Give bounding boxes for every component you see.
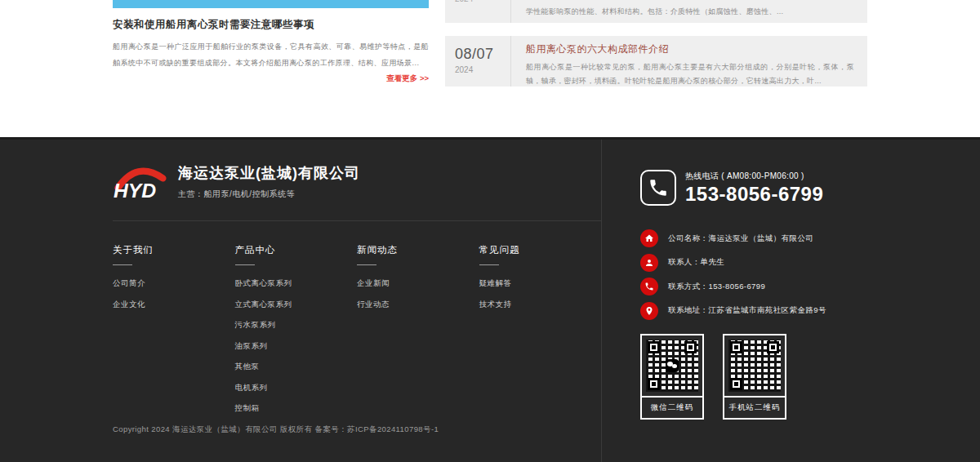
wechat-qr-image	[646, 340, 698, 392]
company-logo: HYD	[113, 162, 167, 201]
hotline-label: 热线电话 ( AM08:00-PM06:00 )	[685, 171, 823, 182]
footer-right: 热线电话 ( AM08:00-PM06:00 ) 153-8056-6799 公…	[602, 140, 867, 462]
contact-row-company: 公司名称：海运达泵业（盐城）有限公司	[640, 229, 867, 247]
footer-logo-row: HYD 海运达泵业(盐城)有限公司 主营：船用泵/电机/控制系统等	[113, 140, 601, 221]
company-block: 海运达泵业(盐城)有限公司 主营：船用泵/电机/控制系统等	[178, 163, 360, 200]
qr-label: 微信二维码	[642, 396, 702, 418]
copyright: Copyright 2024 海运达泵业（盐城）有限公司 版权所有 备案号：苏I…	[113, 424, 601, 462]
nav-item-industry-news[interactable]: 行业动态	[357, 300, 479, 310]
news-list: 2024 学性能影响泵的性能、材料和结构。包括：介质特性（如腐蚀性、磨蚀性、..…	[445, 0, 867, 87]
wechat-logo-icon	[666, 359, 679, 372]
footer-nav: 关于我们 公司简介 企业文化 产品中心 卧式离心泵系列 立式离心泵系列 污水泵系…	[113, 221, 601, 424]
company-tagline: 主营：船用泵/电机/控制系统等	[178, 189, 360, 200]
nav-col-news: 新闻动态 企业新闻 行业动态	[357, 244, 479, 424]
news-date-year: 2024	[455, 0, 473, 3]
nav-item-vertical-pumps[interactable]: 立式离心泵系列	[235, 300, 358, 310]
company-name: 海运达泵业(盐城)有限公司	[178, 163, 360, 183]
phone-icon	[640, 278, 658, 295]
mobile-site-qr-box: 手机站二维码	[723, 334, 786, 420]
footer-left: HYD 海运达泵业(盐城)有限公司 主营：船用泵/电机/控制系统等 关于我们 公…	[113, 140, 602, 462]
contact-text: 联系地址：江苏省盐城市南苑社区紫金路9号	[668, 305, 826, 316]
nav-item-other-pumps[interactable]: 其他泵	[235, 362, 358, 372]
hotline: 热线电话 ( AM08:00-PM06:00 ) 153-8056-6799	[640, 170, 867, 206]
news-date: 2024	[445, 0, 510, 23]
contact-text: 联系方式：153-8056-6799	[668, 282, 765, 292]
news-item[interactable]: 2024 学性能影响泵的性能、材料和结构。包括：介质特性（如腐蚀性、磨蚀性、..…	[445, 0, 867, 23]
article-title[interactable]: 安装和使用船用离心泵时需要注意哪些事项	[113, 18, 429, 32]
nav-col-products: 产品中心 卧式离心泵系列 立式离心泵系列 污水泵系列 油泵系列 其他泵 电机系列…	[235, 244, 358, 424]
wechat-qr-box: 微信二维码	[640, 334, 704, 420]
nav-item-sewage-pumps[interactable]: 污水泵系列	[235, 320, 358, 331]
home-icon	[640, 229, 658, 247]
news-content: 船用离心泵的六大构成部件介绍 船用离心泵是一种比较常见的泵，船用离心泵主要是有六…	[511, 36, 867, 87]
news-excerpt: 学性能影响泵的性能、材料和结构。包括：介质特性（如腐蚀性、磨蚀性、...	[511, 0, 867, 23]
mobile-site-qr-image	[728, 340, 781, 392]
qr-finder-pattern	[648, 378, 660, 390]
qr-finder-pattern	[730, 341, 742, 353]
qr-codes: 微信二维码 手机站二维码	[640, 334, 867, 420]
news-item[interactable]: 08/07 2024 船用离心泵的六大构成部件介绍 船用离心泵是一种比较常见的泵…	[445, 36, 867, 87]
news-excerpt: 船用离心泵是一种比较常见的泵，船用离心泵主要是有六大部分组成的，分别是叶轮，泵体…	[526, 60, 854, 88]
nav-heading-faq[interactable]: 常见问题	[479, 244, 602, 256]
qr-finder-pattern	[730, 378, 742, 390]
nav-item-corporate-culture[interactable]: 企业文化	[113, 300, 235, 310]
nav-item-control-box[interactable]: 控制箱	[235, 403, 358, 414]
hotline-text: 热线电话 ( AM08:00-PM06:00 ) 153-8056-6799	[685, 171, 823, 206]
qr-finder-pattern	[684, 341, 697, 353]
news-date-monthday: 08/07	[455, 46, 510, 63]
news-date-year: 2024	[455, 65, 510, 74]
news-title[interactable]: 船用离心泵的六大构成部件介绍	[526, 42, 854, 56]
nav-col-faq: 常见问题 疑难解答 技术支持	[479, 244, 602, 424]
location-pin-icon	[640, 302, 658, 320]
nav-heading-news[interactable]: 新闻动态	[357, 244, 479, 256]
top-section: 安装和使用船用离心泵时需要注意哪些事项 船用离心泵是一种广泛应用于船舶行业的泵类…	[0, 0, 980, 137]
nav-item-motor-series[interactable]: 电机系列	[235, 383, 358, 393]
heading-underline	[113, 264, 132, 265]
nav-item-tech-support[interactable]: 技术支持	[479, 300, 602, 310]
contact-row-person: 联系人：单先生	[640, 254, 867, 272]
person-icon	[640, 254, 658, 272]
spacer	[445, 23, 867, 36]
qr-finder-pattern	[648, 341, 660, 353]
news-date: 08/07 2024	[445, 36, 510, 87]
logo-text: HYD	[114, 180, 156, 201]
contact-list: 公司名称：海运达泵业（盐城）有限公司 联系人：单先生 联系方式：153-8056…	[640, 229, 867, 320]
contact-text: 联系人：单先生	[668, 257, 724, 268]
heading-underline	[479, 264, 499, 265]
nav-item-troubleshooting[interactable]: 疑难解答	[479, 278, 602, 289]
nav-heading-products[interactable]: 产品中心	[235, 244, 358, 256]
nav-heading-about[interactable]: 关于我们	[113, 244, 235, 256]
contact-row-address: 联系地址：江苏省盐城市南苑社区紫金路9号	[640, 302, 867, 320]
qr-label: 手机站二维码	[724, 396, 785, 418]
page: 安装和使用船用离心泵时需要注意哪些事项 船用离心泵是一种广泛应用于船舶行业的泵类…	[0, 0, 980, 462]
nav-col-about: 关于我们 公司简介 企业文化	[113, 244, 235, 424]
view-more-link[interactable]: 查看更多 >>	[113, 73, 429, 84]
qr-finder-pattern	[767, 341, 779, 353]
contact-row-phone: 联系方式：153-8056-6799	[640, 278, 867, 295]
article-excerpt: 船用离心泵是一种广泛应用于船舶行业的泵类设备，它具有高效、可靠、易维护等特点，是…	[113, 38, 429, 71]
heading-underline	[357, 264, 376, 265]
hotline-number: 153-8056-6799	[685, 183, 823, 206]
heading-underline	[235, 264, 255, 265]
featured-article: 安装和使用船用离心泵时需要注意哪些事项 船用离心泵是一种广泛应用于船舶行业的泵类…	[113, 0, 429, 87]
nav-item-oil-pumps[interactable]: 油泵系列	[235, 341, 358, 352]
nav-item-company-profile[interactable]: 公司简介	[113, 278, 235, 289]
accent-bar	[113, 0, 429, 8]
footer: HYD 海运达泵业(盐城)有限公司 主营：船用泵/电机/控制系统等 关于我们 公…	[0, 137, 980, 462]
hotline-phone-icon	[640, 170, 676, 206]
nav-item-horizontal-pumps[interactable]: 卧式离心泵系列	[235, 278, 358, 289]
contact-text: 公司名称：海运达泵业（盐城）有限公司	[668, 233, 813, 244]
nav-item-company-news[interactable]: 企业新闻	[357, 278, 479, 289]
